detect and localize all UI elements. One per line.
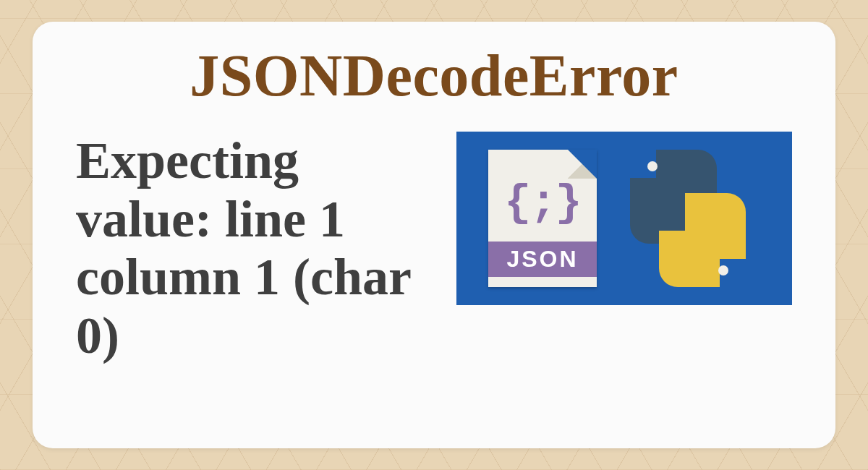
- braces-icon: {;}: [488, 177, 597, 228]
- illustration-panel: {;} JSON: [456, 132, 792, 305]
- json-band-label: JSON: [488, 242, 597, 277]
- python-logo-icon: [616, 150, 760, 287]
- error-message: Expecting value: line 1 column 1 (char 0…: [76, 132, 427, 365]
- content-card: JSONDecodeError Expecting value: line 1 …: [33, 22, 835, 448]
- python-blue-eye-icon: [647, 161, 658, 171]
- python-yellow-eye-icon: [718, 265, 728, 275]
- body-row: Expecting value: line 1 column 1 (char 0…: [76, 132, 792, 365]
- json-file-icon: {;} JSON: [488, 150, 597, 287]
- error-title: JSONDecodeError: [76, 42, 792, 110]
